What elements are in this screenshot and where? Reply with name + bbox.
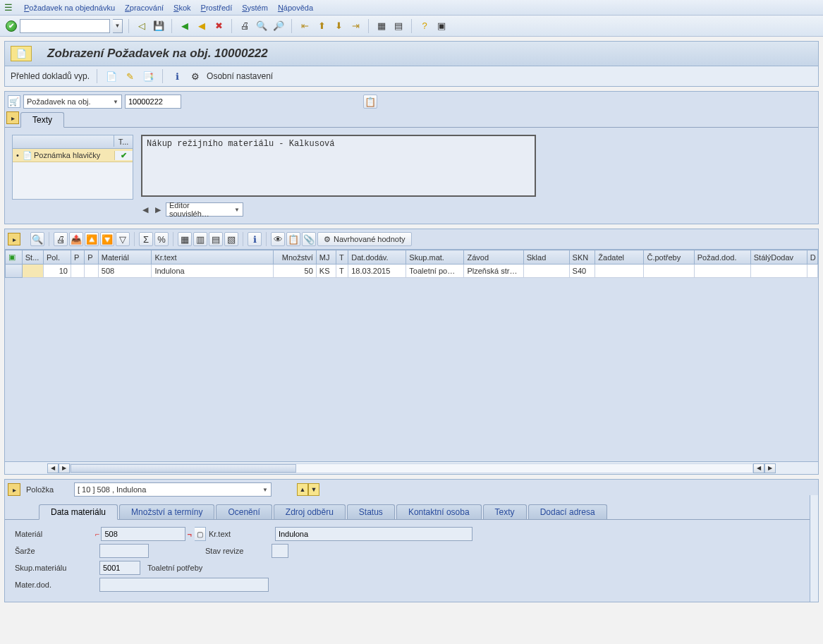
find-next-icon[interactable]: 🔎 [272,19,286,33]
grid-sort-asc-icon[interactable]: 🔼 [85,232,99,246]
col-skupmat[interactable]: Skup.mat. [406,250,464,265]
scroll-right-icon[interactable]: ▶ [59,463,70,473]
grid-row[interactable]: 10 508 Indulona 50 KS T 18.03.2015 Toale… [6,265,818,278]
col-p1[interactable]: P [71,250,84,265]
material-search-help-icon[interactable]: ▢ [195,527,206,541]
select-all-icon[interactable]: ▣ [8,253,16,261]
menu-item-0[interactable]: Požadavek na objednávku [24,4,115,12]
new-session-icon[interactable]: ▦ [374,19,389,33]
text-next-icon[interactable]: ▶ [153,205,163,214]
doc-number-field[interactable] [125,95,181,109]
col-pol[interactable]: Pol. [44,250,71,265]
command-dropdown-icon[interactable]: ▼ [113,19,123,33]
scroll-thumb[interactable] [71,464,296,473]
col-zadatel[interactable]: Žadatel [595,250,644,265]
tab-kontakt[interactable]: Kontaktní osoba [396,504,482,519]
grid-filter-icon[interactable]: ▽ [116,232,130,246]
doc-type-cart-icon[interactable]: 🛒 [8,95,20,108]
tab-zdroj[interactable]: Zdroj odběru [274,504,346,519]
grid-subtotal-icon[interactable]: % [154,232,169,246]
enter-icon[interactable]: ✔ [6,20,17,32]
tab-oceneni[interactable]: Ocenění [216,504,272,519]
nav-cancel-icon[interactable]: ✖ [212,19,226,33]
col-skn[interactable]: SKN [569,250,595,265]
col-t[interactable]: T [336,250,348,265]
menu-item-5[interactable]: Nápověda [278,4,313,12]
col-zavod[interactable]: Závod [464,250,523,265]
nav-back-icon[interactable]: ◀ [178,19,192,33]
doc-type-dropdown[interactable]: Požadavek na obj. ▼ [23,95,122,109]
detail-icon[interactable]: 🔍 [30,232,44,246]
find-icon[interactable]: 🔍 [255,19,269,33]
first-page-icon[interactable]: ⇤ [298,19,312,33]
menu-item-3[interactable]: Prostředí [201,4,233,12]
personal-settings-icon[interactable]: ⚙ [188,69,202,83]
editor-mode-dropdown[interactable]: Editor souvisléh… ▼ [166,202,243,217]
col-date[interactable]: Dat.dodáv. [348,250,406,265]
item-selector-dropdown[interactable]: [ 10 ] 508 , Indulona ▼ [74,482,272,497]
tab-status[interactable]: Status [347,504,395,519]
sarze-field[interactable] [99,544,149,558]
create-icon[interactable]: 📄 [104,69,118,83]
col-p2[interactable]: P [85,250,98,265]
grid-info-icon[interactable]: ℹ [248,232,262,246]
grid-export-icon[interactable]: 📤 [69,232,83,246]
col-d[interactable]: D [807,250,817,265]
default-values-button[interactable]: ⚙ Navrhované hodnoty [317,232,412,246]
next-page-icon[interactable]: ⬇ [331,19,346,33]
item-v-scrollbar[interactable] [810,495,818,602]
scroll-right2-icon[interactable]: ▶ [764,463,776,473]
revize-field[interactable] [272,544,288,558]
shortcut-icon[interactable]: ▤ [391,19,406,33]
info-icon[interactable]: ℹ [170,69,184,83]
col-mj[interactable]: MJ [316,250,336,265]
nav-exit-icon[interactable]: ◀ [195,19,209,33]
scroll-track[interactable] [70,463,753,473]
long-text-editor[interactable]: Nákup režijního materiálu - Kalkusová [141,135,536,197]
materdod-field[interactable] [99,578,269,592]
row-selector[interactable] [6,265,23,278]
tab-data-materialu[interactable]: Data materiálu [39,504,118,520]
col-cpotr[interactable]: Č.potřeby [644,250,694,265]
material-field[interactable] [101,527,185,541]
scroll-left2-icon[interactable]: ◀ [753,463,764,473]
grid-services-icon[interactable]: 📎 [302,232,316,246]
grid-layout3-icon[interactable]: ▤ [209,232,223,246]
menu-dropdown-icon[interactable]: ☰ [4,3,14,13]
save-icon[interactable]: 💾 [152,19,166,33]
col-sklad[interactable]: Sklad [523,250,569,265]
item-next-icon[interactable]: ▼ [308,483,319,496]
text-tree-row-header-note[interactable]: • 📄 Poznámka hlavičky ✔ [13,149,133,162]
grid-layout1-icon[interactable]: ▦ [178,232,192,246]
last-page-icon[interactable]: ⇥ [348,19,362,33]
grid-sum-icon[interactable]: Σ [139,232,153,246]
prev-page-icon[interactable]: ⬆ [315,19,329,33]
items-grid[interactable]: ▣ St... Pol. P P Materiál Kr.text Množst… [5,250,818,461]
text-prev-icon[interactable]: ◀ [140,205,150,214]
grid-copy-icon[interactable]: 📋 [286,232,300,246]
overview-label[interactable]: Přehled dokladů vyp. [11,71,90,81]
change-icon[interactable]: ✎ [123,69,137,83]
grid-print-icon[interactable]: 🖨 [54,232,68,246]
help-icon[interactable]: ? [417,19,432,33]
back-icon[interactable]: ◁ [135,19,149,33]
tab-mnozstvi[interactable]: Množství a termíny [119,504,214,519]
personal-settings-label[interactable]: Osobní nastavení [207,71,273,81]
item-collapse-icon[interactable]: ▸ [8,483,20,496]
skupmat-field[interactable] [99,561,140,575]
col-material[interactable]: Materiál [98,250,152,265]
col-krtext[interactable]: Kr.text [152,250,274,265]
tab-dodaci-adresa[interactable]: Dodací adresa [528,504,607,519]
layout-icon[interactable]: ▣ [434,19,449,33]
print-icon[interactable]: 🖨 [238,19,252,33]
col-pozaddod[interactable]: Požad.dod. [694,250,750,265]
grid-h-scrollbar[interactable]: ◀ ▶ ◀ ▶ [5,461,818,474]
krtext-field[interactable] [275,527,473,541]
col-select[interactable]: ▣ [6,250,23,265]
col-status[interactable]: St... [22,250,43,265]
tab-texty[interactable]: Texty [20,112,64,128]
grid-sort-desc-icon[interactable]: 🔽 [100,232,114,246]
menu-item-4[interactable]: Systém [242,4,268,12]
grid-layout4-icon[interactable]: ▧ [224,232,238,246]
item-prev-icon[interactable]: ▲ [297,483,308,496]
